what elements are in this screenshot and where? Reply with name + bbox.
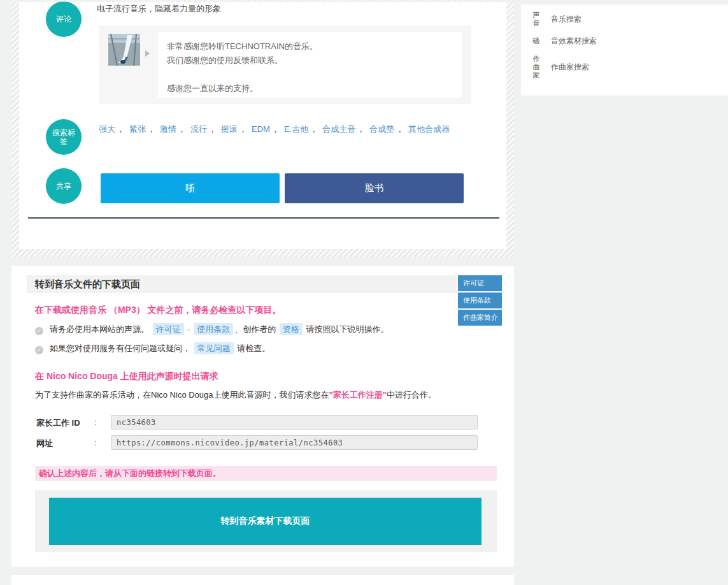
text-segment: 为了支持作曲家的音乐活动，在Nico Nico Douga上使用此音源时，我们请… <box>35 390 329 400</box>
tag-link[interactable]: 强大 <box>99 124 115 134</box>
tag-separator: ， <box>178 124 186 134</box>
emphasis-text: "家长工作注册" <box>329 390 387 400</box>
track-detail-panel-inner: 评论 电子流行音乐，隐藏着力量的形象 <box>19 2 506 249</box>
tag-link[interactable]: 合成主音 <box>322 124 355 134</box>
sidebar-item-icon: 作曲家 <box>532 55 541 80</box>
page: 评论 电子流行音乐，隐藏着力量的形象 <box>0 0 728 585</box>
confirm-notice-bar: 确认上述内容后，请从下面的链接转到下载页面。 <box>35 466 497 481</box>
tag-link[interactable]: EDM <box>252 124 270 134</box>
tag-link[interactable]: E.吉他 <box>284 124 308 134</box>
comment-badge: 评论 <box>46 1 82 37</box>
check-circle-icon: ✓ <box>35 346 43 354</box>
tag-separator: ， <box>147 124 155 134</box>
section-divider <box>28 217 499 219</box>
text-segment: 请按照以下说明操作。 <box>304 324 389 334</box>
text-segment: · <box>185 324 193 334</box>
sidebar-item-label[interactable]: 音乐搜索 <box>551 14 582 25</box>
share-badge-label: 共享 <box>56 182 71 191</box>
url-field[interactable] <box>111 435 478 450</box>
parent-work-id-field[interactable] <box>111 415 478 430</box>
composer-comment-box: 非常感谢您聆听TECHNOTRAIN的音乐。 我们感谢您的使用反馈和联系。 感谢… <box>99 25 471 104</box>
nico-request-heading: 在 Nico Nico Douga 上使用此声源时提出请求 <box>35 371 218 382</box>
parent-work-id-row: 家长工作 ID : <box>36 415 495 430</box>
facebook-share-button[interactable]: 脸书 <box>285 173 464 203</box>
search-tags-badge-label: 搜索标签 <box>50 128 78 146</box>
side-tab-button[interactable]: 使用条款 <box>458 292 502 308</box>
tag-link[interactable]: 激情 <box>160 124 176 134</box>
side-tab-button[interactable]: 许可证 <box>458 275 502 291</box>
search-tags-badge: 搜索标签 <box>46 119 82 155</box>
inline-link[interactable]: 许可证 <box>153 323 184 335</box>
download-panel: 转到音乐文件的下载页面 许可证使用条款作曲家简介 在下载或使用音乐 （MP3） … <box>11 266 514 567</box>
tag-separator: ， <box>310 124 318 134</box>
tag-separator: ， <box>396 124 404 134</box>
tag-link[interactable]: 合成垫 <box>369 124 394 134</box>
checklist-item-text: 请务必使用本网站的声源。 许可证 · 使用条款、创作者的 资格 请按照以下说明操… <box>50 324 389 334</box>
comment-badge-label: 评论 <box>56 15 71 24</box>
next-section-edge <box>11 575 514 585</box>
sidebar-item-label[interactable]: 音效素材搜索 <box>551 36 597 47</box>
tag-link[interactable]: 紧张 <box>129 124 146 134</box>
nico-request-paragraph: 为了支持作曲家的音乐活动，在Nico Nico Douga上使用此音源时，我们请… <box>35 389 500 401</box>
parent-work-id-label: 家长工作 ID <box>36 417 80 429</box>
comment-bubble: 非常感谢您聆听TECHNOTRAIN的音乐。 我们感谢您的使用反馈和联系。 感谢… <box>158 32 462 98</box>
text-segment: 如果您对使用服务有任何问题或疑问， <box>50 343 193 353</box>
tag-separator: ， <box>271 124 280 134</box>
train-image <box>108 34 140 66</box>
label-separator: : <box>94 438 97 447</box>
twitter-share-button[interactable]: 哳 <box>101 173 280 203</box>
checklist-item: ✓请务必使用本网站的声源。 许可证 · 使用条款、创作者的 资格 请按照以下说明… <box>35 323 494 336</box>
sidebar-item-label[interactable]: 作曲家搜索 <box>551 62 589 73</box>
track-detail-panel: 评论 电子流行音乐，隐藏着力量的形象 <box>11 0 514 257</box>
download-panel-title: 转到音乐文件的下载页面 <box>27 275 457 293</box>
url-label: 网址 <box>36 438 53 449</box>
download-button-container: 转到音乐素材下载页面 <box>35 490 497 552</box>
checklist-item-text: 如果您对使用服务有任何问题或疑问， 常见问题 请检查。 <box>50 343 270 353</box>
text-segment: 请务必使用本网站的声源。 <box>50 324 152 334</box>
sidebar-item[interactable]: 作曲家作曲家搜索 <box>532 55 728 80</box>
side-tab-buttons: 许可证使用条款作曲家简介 <box>458 275 502 327</box>
composer-avatar-train-photo <box>108 34 140 66</box>
comment-line: 我们感谢您的使用反馈和联系。 <box>167 54 453 68</box>
speech-bubble-arrow-icon <box>145 50 150 57</box>
inline-link[interactable]: 资格 <box>280 323 303 335</box>
tag-separator: ， <box>239 124 247 134</box>
comment-line: 非常感谢您聆听TECHNOTRAIN的音乐。 <box>167 40 453 54</box>
text-segment: 请检查。 <box>235 343 271 353</box>
label-separator: : <box>94 417 97 427</box>
sidebar-item[interactable]: 硒音效素材搜索 <box>532 36 728 47</box>
search-tags-list: 强大，紧张，激情，流行，摇滚，EDM，E.吉他，合成主音，合成垫，其他合成器 <box>99 123 500 136</box>
tag-link[interactable]: 流行 <box>190 124 207 134</box>
sidebar-item[interactable]: 声音音乐搜索 <box>532 11 728 27</box>
inline-link[interactable]: 常见问题 <box>194 342 234 354</box>
text-segment: 中进行合作。 <box>387 390 436 400</box>
comment-line <box>167 68 453 82</box>
tag-separator: ， <box>208 124 217 134</box>
share-badge: 共享 <box>46 168 82 204</box>
tag-link[interactable]: 摇滚 <box>221 124 238 134</box>
search-sidebar: 声音音乐搜索硒音效素材搜索作曲家作曲家搜索 <box>521 4 728 96</box>
track-description: 电子流行音乐，隐藏着力量的形象 <box>97 3 221 15</box>
sidebar-item-icon: 声音 <box>532 11 541 27</box>
checklist-item: ✓如果您对使用服务有任何问题或疑问， 常见问题 请检查。 <box>35 342 494 355</box>
inline-link[interactable]: 使用条款 <box>194 323 233 335</box>
tag-separator: ， <box>117 124 125 134</box>
top-cut-edge <box>11 0 514 2</box>
download-notice: 在下载或使用音乐 （MP3） 文件之前，请务必检查以下项目。 <box>35 305 282 316</box>
tag-separator: ， <box>357 124 365 134</box>
tag-link[interactable]: 其他合成器 <box>408 124 450 134</box>
comment-line: 感谢您一直以来的支持。 <box>167 82 453 96</box>
sidebar-item-icon: 硒 <box>532 37 541 45</box>
url-row: 网址 : <box>36 435 495 450</box>
check-circle-icon: ✓ <box>35 327 43 335</box>
text-segment: 、创作者的 <box>234 324 278 334</box>
go-to-download-page-button[interactable]: 转到音乐素材下载页面 <box>49 498 482 545</box>
